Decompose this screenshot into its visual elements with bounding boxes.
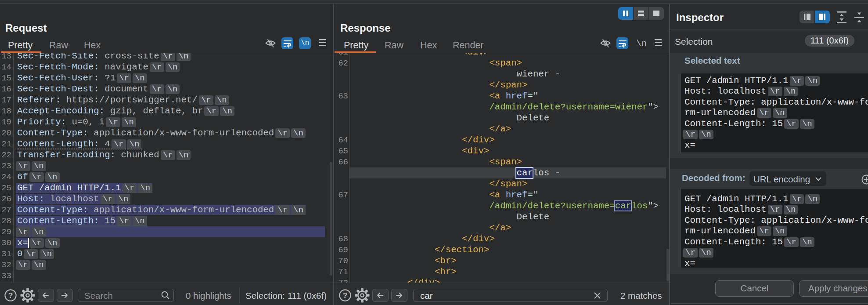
svg-text:?: ? bbox=[343, 291, 347, 300]
svg-text:?: ? bbox=[8, 291, 13, 300]
